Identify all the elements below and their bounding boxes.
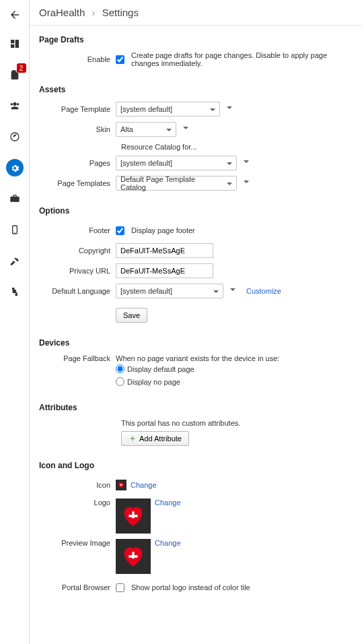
nav-flow[interactable] bbox=[6, 283, 24, 300]
nav-device[interactable] bbox=[6, 221, 24, 238]
preview-change-link[interactable]: Change bbox=[155, 539, 181, 547]
breadcrumb-page: Settings bbox=[102, 7, 139, 18]
pf-opt2: Display no page bbox=[127, 378, 180, 386]
logo-label: Logo bbox=[39, 498, 116, 507]
icon-label: Icon bbox=[39, 481, 116, 489]
section-page-drafts: Page Drafts bbox=[39, 35, 355, 44]
heart-plus-icon bbox=[117, 481, 125, 489]
section-assets: Assets bbox=[39, 85, 355, 94]
section-options: Options bbox=[39, 206, 355, 216]
enable-drafts-checkbox[interactable] bbox=[116, 55, 124, 64]
pf-default-radio[interactable] bbox=[116, 364, 124, 373]
logo-change-link[interactable]: Change bbox=[155, 498, 181, 507]
customize-link[interactable]: Customize bbox=[246, 287, 281, 295]
rc-templates-select[interactable]: Default Page Template Catalog bbox=[116, 176, 237, 191]
lang-label: Default Language bbox=[39, 287, 116, 295]
svg-rect-3 bbox=[12, 288, 14, 290]
skin-menu[interactable] bbox=[180, 122, 191, 137]
hammer-icon bbox=[9, 255, 20, 266]
logo-thumb bbox=[116, 498, 151, 534]
rc-heading: Resource Catalog for... bbox=[121, 143, 355, 151]
nav-tools[interactable] bbox=[6, 190, 24, 207]
nav-rail: 2 bbox=[0, 0, 30, 644]
heart-plus-icon bbox=[120, 503, 147, 529]
plus-icon bbox=[129, 434, 137, 443]
rc-templates-menu[interactable] bbox=[241, 176, 252, 191]
rc-templates-label: Page Templates bbox=[39, 179, 116, 187]
back-arrow-icon bbox=[9, 9, 21, 21]
save-button[interactable]: Save bbox=[116, 308, 147, 323]
breadcrumb-portal[interactable]: OraHealth bbox=[39, 7, 85, 18]
preview-thumb bbox=[116, 539, 151, 574]
enable-drafts-desc: Create page drafts for page changes. Dis… bbox=[131, 51, 355, 67]
rc-pages-label: Pages bbox=[39, 159, 116, 167]
back-button[interactable] bbox=[7, 7, 23, 23]
page-template-menu[interactable] bbox=[224, 102, 235, 117]
portal-browser-checkbox[interactable] bbox=[116, 583, 124, 592]
enable-label: Enable bbox=[39, 55, 116, 63]
pf-none-radio[interactable] bbox=[116, 377, 124, 386]
compass-icon bbox=[9, 131, 20, 142]
portal-browser-label: Portal Browser bbox=[39, 583, 116, 591]
page-fallback-label: Page Fallback bbox=[39, 354, 116, 362]
svg-point-0 bbox=[11, 133, 19, 141]
overview-icon bbox=[9, 38, 20, 49]
nav-members[interactable] bbox=[6, 97, 24, 115]
lang-menu[interactable] bbox=[227, 284, 238, 298]
nav-badge: 2 bbox=[17, 63, 26, 73]
privacy-input[interactable] bbox=[116, 263, 213, 278]
page-fallback-desc: When no page variant exists for the devi… bbox=[116, 354, 279, 362]
gear-icon bbox=[9, 162, 20, 173]
skin-label: Skin bbox=[39, 125, 116, 133]
icon-change-link[interactable]: Change bbox=[131, 481, 157, 489]
breadcrumb: OraHealth › Settings bbox=[30, 0, 362, 26]
pf-opt1: Display default page bbox=[127, 365, 194, 373]
svg-rect-4 bbox=[15, 294, 17, 296]
copyright-label: Copyright bbox=[39, 247, 116, 255]
privacy-label: Privacy URL bbox=[39, 267, 116, 275]
nav-explorer[interactable] bbox=[6, 128, 24, 146]
phone-icon bbox=[9, 224, 20, 235]
heart-plus-icon bbox=[120, 543, 147, 570]
icon-thumb bbox=[116, 480, 126, 490]
skin-select[interactable]: Alta bbox=[116, 122, 176, 137]
footer-checkbox[interactable] bbox=[116, 226, 124, 235]
members-icon bbox=[9, 100, 20, 111]
toolbox-icon bbox=[9, 193, 20, 204]
page-template-label: Page Template bbox=[39, 105, 116, 113]
section-attributes: Attributes bbox=[39, 403, 355, 412]
nav-build[interactable] bbox=[6, 252, 24, 269]
footer-desc: Display page footer bbox=[131, 226, 195, 234]
lang-select[interactable]: [system default] bbox=[116, 284, 223, 298]
copyright-input[interactable] bbox=[116, 243, 213, 258]
nav-settings[interactable] bbox=[6, 159, 24, 176]
attributes-empty: This portal has no custom attributes. bbox=[121, 419, 355, 427]
flow-icon bbox=[9, 286, 20, 297]
portal-browser-desc: Show portal logo instead of color tile bbox=[131, 583, 250, 591]
rc-pages-select[interactable]: [system default] bbox=[116, 156, 237, 170]
preview-label: Preview Image bbox=[39, 539, 116, 547]
svg-point-2 bbox=[14, 232, 15, 232]
breadcrumb-sep: › bbox=[92, 7, 96, 18]
page-template-select[interactable]: [system default] bbox=[116, 102, 220, 117]
add-attribute-button[interactable]: Add Attribute bbox=[121, 431, 189, 446]
section-devices: Devices bbox=[39, 338, 355, 348]
section-icon-logo: Icon and Logo bbox=[39, 461, 355, 470]
nav-pages[interactable]: 2 bbox=[6, 66, 24, 84]
nav-overview[interactable] bbox=[6, 35, 24, 53]
footer-label: Footer bbox=[39, 226, 116, 234]
rc-pages-menu[interactable] bbox=[241, 156, 252, 170]
